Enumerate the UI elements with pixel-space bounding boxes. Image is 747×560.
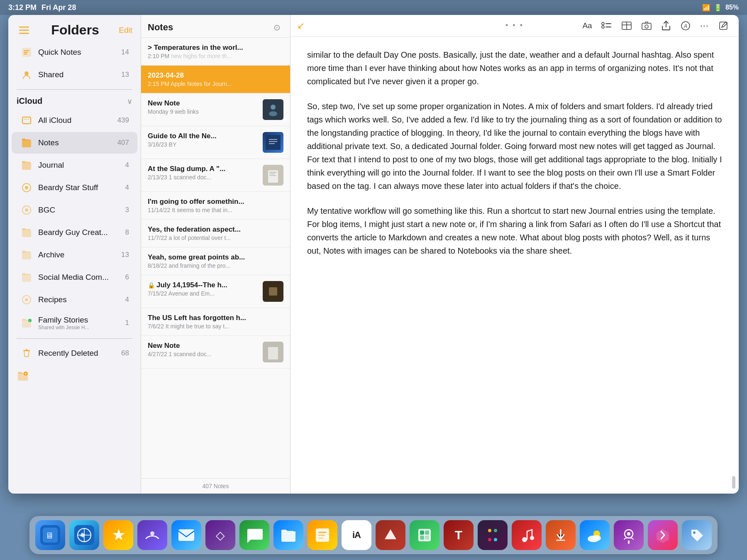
dock-icon-ia-writer[interactable]: iA (342, 520, 371, 550)
sidebar-toggle-button[interactable] (17, 23, 32, 38)
note-thumb-guide (263, 132, 283, 153)
sidebar-item-family-stories[interactable]: ↑ Family Stories Shared with Jessie H...… (12, 311, 137, 335)
shared-label: Shared (38, 70, 116, 79)
sidebar-item-beardy-guy[interactable]: Beardy Guy Creat... 8 (12, 222, 137, 243)
svg-text:↑: ↑ (29, 319, 31, 322)
dock-icon-finder[interactable]: 🖥 (35, 520, 65, 550)
note-title-temperatures: > Temperatures in the worl... (148, 44, 283, 52)
notes-list-panel: Notes ⊙ > Temperatures in the worl... 2:… (141, 15, 290, 494)
dock-icon-typora[interactable]: T (444, 520, 474, 550)
note-item-offer[interactable]: I'm going to offer somethin... 11/14/22 … (141, 192, 290, 220)
svg-point-7 (24, 71, 29, 76)
notes-list-scroll[interactable]: > Temperatures in the worl... 2:10 PM ne… (141, 38, 290, 478)
markup-button[interactable]: A (677, 19, 694, 33)
note-item-us-left[interactable]: The US Left has forgotten h... 7/6/22 It… (141, 308, 290, 336)
note-item-temperatures[interactable]: > Temperatures in the worl... 2:10 PM ne… (141, 38, 290, 66)
wifi-icon: 📶 (702, 4, 710, 12)
all-icloud-label: All iCloud (38, 116, 112, 125)
icloud-header[interactable]: iCloud ∨ (8, 93, 141, 109)
notes-count: 407 (117, 139, 129, 147)
sidebar-item-recently-deleted[interactable]: Recently Deleted 68 (12, 342, 137, 364)
dock-icon-podcasts[interactable] (614, 520, 644, 550)
sidebar-edit-button[interactable]: Edit (119, 26, 132, 35)
all-icloud-icon (20, 114, 33, 127)
sidebar-item-journal[interactable]: Journal 4 (12, 154, 137, 176)
dock-icon-files[interactable] (273, 520, 303, 550)
note-item-slag-dump[interactable]: At the Slag dump. A "... 2/13/23 1 scann… (141, 159, 290, 192)
family-stories-label: Family Stories (38, 315, 120, 325)
sidebar-item-archive[interactable]: Archive 13 (12, 244, 137, 266)
svg-rect-36 (268, 347, 278, 359)
dock-icon-codepoint[interactable]: ◇ (205, 520, 235, 550)
note-title-april: New Note (148, 342, 211, 350)
notes-list-more-button[interactable]: ⊙ (270, 21, 283, 34)
dock-icon-music[interactable] (512, 520, 542, 550)
sidebar-new-folder[interactable] (8, 364, 141, 387)
dock-icon-notes[interactable] (308, 520, 337, 550)
note-title-new-note: New Note (148, 99, 199, 108)
dock-icon-weather[interactable] (580, 520, 610, 550)
note-meta-current: 2:15 PM Apple Notes for Journ... (148, 81, 283, 87)
note-item-great-points[interactable]: Yeah, some great points ab... 8/18/22 an… (141, 247, 290, 275)
note-item-new-note-monday[interactable]: New Note Monday 9 web links (141, 93, 290, 126)
note-item-guide[interactable]: Guide to All the Ne... 3/16/23 BY (141, 126, 290, 159)
sidebar-item-all-icloud[interactable]: All iCloud 439 (12, 110, 137, 131)
sidebar-title: Folders (51, 22, 99, 38)
journal-count: 4 (125, 161, 129, 169)
svg-point-69 (494, 529, 497, 532)
svg-rect-74 (556, 540, 565, 541)
svg-rect-60 (318, 535, 325, 536)
table-button[interactable] (618, 20, 635, 32)
note-title-current: 2023-04-28 (148, 71, 283, 80)
sidebar-item-shared[interactable]: Shared 13 (12, 64, 137, 86)
status-time: 3:12 PM (8, 3, 37, 12)
share-button[interactable] (658, 19, 674, 33)
dock-icon-shortcuts[interactable] (648, 520, 678, 550)
note-meta-slag: 2/13/23 1 scanned doc... (148, 174, 225, 181)
dock-icon-numbers[interactable] (410, 520, 439, 550)
dock-icon-mail[interactable] (171, 520, 201, 550)
note-title-slag: At the Slag dump. A "... (148, 165, 225, 173)
more-options-button[interactable]: ··· (697, 19, 712, 33)
compose-button[interactable] (715, 19, 732, 33)
svg-rect-18 (23, 350, 30, 351)
format-text-button[interactable]: Aa (579, 20, 595, 32)
dock-icon-reeder[interactable]: ★ (103, 520, 133, 550)
bgc-label: BGC (38, 205, 120, 215)
sidebar-item-notes[interactable]: Notes 407 (12, 132, 137, 154)
sidebar-item-social-media[interactable]: Social Media Com... 6 (12, 267, 137, 288)
all-icloud-count: 439 (117, 116, 129, 125)
dock-icon-affinity-publisher[interactable] (376, 520, 405, 550)
editor-content[interactable]: similar to the default Day One posts. Ba… (290, 37, 739, 494)
svg-text:A: A (684, 23, 687, 29)
dock-icon-safari[interactable] (69, 520, 99, 550)
dock-icon-slack[interactable] (478, 520, 508, 550)
note-item-july-1954[interactable]: 🔒July 14,1954--The h... 7/15/22 Avenue a… (141, 275, 290, 308)
dock-icon-downie[interactable] (546, 520, 576, 550)
collapse-editor-button[interactable]: ↙ (297, 20, 305, 31)
note-title-great-points: Yeah, some great points ab... (148, 253, 283, 262)
dock-icon-messages[interactable] (239, 520, 269, 550)
dock-icon-pricetag[interactable] (682, 520, 712, 550)
sidebar-item-recipes[interactable]: Recipes 4 (12, 289, 137, 311)
sidebar-item-quick-notes[interactable]: Quick Notes 14 (12, 42, 137, 63)
note-item-federation[interactable]: Yes, the federation aspect... 11/7/22 a … (141, 220, 290, 247)
note-item-current[interactable]: 2023-04-28 2:15 PM Apple Notes for Journ… (141, 66, 290, 93)
svg-point-13 (25, 208, 28, 212)
note-meta-temperatures: 2:10 PM new highs for more th... (148, 53, 283, 59)
toolbar-right-group: Aa A ··· (579, 19, 732, 33)
note-title-federation: Yes, the federation aspect... (148, 225, 283, 234)
note-item-new-note-april[interactable]: New Note 4/27/22 1 scanned doc... (141, 336, 290, 369)
sidebar-item-beardy-star[interactable]: Beardy Star Stuff 4 (12, 177, 137, 198)
status-bar-left: 3:12 PM Fri Apr 28 (8, 3, 76, 12)
notes-folder-icon (20, 136, 33, 149)
svg-text:🖥: 🖥 (45, 531, 54, 540)
camera-button[interactable] (638, 20, 655, 32)
journal-label: Journal (38, 161, 120, 170)
quick-notes-icon (20, 46, 33, 59)
svg-rect-23 (25, 374, 27, 374)
app-container: Folders Edit Quick Notes 14 (8, 15, 739, 494)
sidebar-item-bgc[interactable]: BGC 3 (12, 199, 137, 221)
dock-icon-navi[interactable] (137, 520, 167, 550)
checklist-button[interactable] (598, 20, 615, 32)
